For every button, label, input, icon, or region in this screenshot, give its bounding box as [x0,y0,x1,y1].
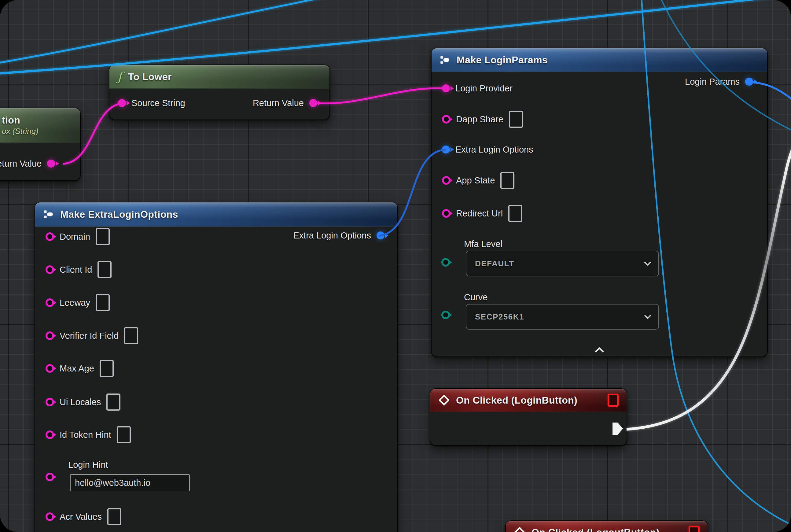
login-hint-input[interactable] [70,474,190,491]
verifier-id-field-default-checkbox[interactable] [124,327,138,344]
pin-label: Login Params [685,77,740,87]
chevron-down-icon [644,261,652,266]
pin-app-state[interactable] [442,176,450,185]
pin-label: Redirect Url [456,209,503,218]
pin-label: Extra Login Options [456,145,533,155]
node-header[interactable]: Make ExtraLoginOptions [35,203,397,227]
pin-source-string[interactable] [118,99,126,107]
pin-label: Domain [60,232,90,242]
pin-return-value[interactable] [309,99,317,107]
curve-dropdown[interactable]: SECP256K1 [466,304,659,329]
pin-label: Max Age [60,363,94,374]
node-get-string-partial[interactable]: tion ox (String) eturn Value [0,108,80,180]
pin-label: Id Token Hint [60,430,111,440]
pin-id-token-hint[interactable] [45,431,54,439]
pin-extra-login-options-in[interactable] [442,146,450,153]
redirect-url-default-checkbox[interactable] [508,205,522,222]
pin-login-hint[interactable] [45,473,54,481]
delegate-pin-icon[interactable] [607,394,619,407]
pin-label: eturn Value [0,159,42,169]
leeway-default-checkbox[interactable] [96,294,110,311]
blueprint-graph-canvas[interactable]: tion ox (String) eturn Value ƒ To Lower … [0,0,791,532]
node-header[interactable]: Make LoginParams [431,48,767,72]
pin-client-id[interactable] [45,265,54,274]
node-header[interactable]: ƒ To Lower [110,65,329,89]
node-title: Make LoginParams [457,54,548,66]
pin-label: Acr Values [60,512,102,522]
node-title: On Clicked (LoginButton) [456,395,577,406]
pin-label: Dapp Share [456,114,503,125]
pin-label: Mfa Level [464,239,502,249]
collapse-node-button[interactable] [590,346,609,354]
pin-label: Leeway [60,298,90,308]
node-make-loginparams[interactable]: Make LoginParams Login Provider Dapp Sha… [431,48,767,357]
mfa-level-dropdown[interactable]: DEFAULT [466,251,659,277]
max-age-default-checkbox[interactable] [100,360,114,377]
app-state-default-checkbox[interactable] [500,172,515,189]
node-header[interactable]: On Clicked (LogoutButton) [506,521,708,532]
delegate-pin-icon[interactable] [689,526,700,532]
pin-return-value[interactable] [47,159,55,168]
make-struct-icon [43,209,54,220]
pin-label: App State [456,175,495,186]
pin-label: Login Provider [456,83,513,94]
pin-label: Curve [464,292,487,302]
pin-acr-values[interactable] [45,512,54,521]
pin-label: Login Hint [68,460,108,470]
pin-redirect-url[interactable] [442,209,450,218]
chevron-down-icon [644,314,652,319]
event-diamond-icon [514,527,525,532]
pin-dapp-share[interactable] [442,115,450,124]
node-to-lower[interactable]: ƒ To Lower Source String Return Value [110,65,329,119]
pin-label: Source String [131,98,185,108]
pin-domain[interactable] [45,232,54,241]
node-make-extraloginoptions[interactable]: Make ExtraLoginOptions Domain Client Id … [35,203,397,532]
chevron-up-icon [594,347,604,353]
node-header[interactable]: On Clicked (LoginButton) [430,389,626,412]
event-diamond-icon [438,394,450,406]
pin-ui-locales[interactable] [45,398,54,406]
node-title: On Clicked (LogoutButton) [532,527,660,532]
wire-tolower-to-loginprovider [315,88,444,103]
pin-label: Ui Locales [60,397,101,407]
pin-mfa-level[interactable] [441,258,450,267]
exec-output-pin[interactable] [612,422,623,437]
node-on-clicked-loginbutton[interactable]: On Clicked (LoginButton) [430,389,626,445]
client-id-default-checkbox[interactable] [97,261,112,278]
function-icon: ƒ [117,71,122,83]
pin-label: Extra Login Options [293,230,371,241]
pin-label: Return Value [253,98,304,108]
pin-login-provider[interactable] [442,84,450,92]
ui-locales-default-checkbox[interactable] [107,394,120,411]
node-subtitle: ox (String) [2,127,39,136]
dapp-share-default-checkbox[interactable] [509,111,523,128]
exec-pin-icon [612,422,623,435]
domain-default-checkbox[interactable] [96,228,110,245]
node-header[interactable]: tion ox (String) [0,108,80,143]
pin-login-params-out[interactable] [745,78,753,86]
node-title: To Lower [128,71,172,82]
dropdown-value: DEFAULT [475,259,514,268]
pin-extra-login-options-out[interactable] [377,231,385,240]
pin-curve[interactable] [441,311,450,319]
pin-label: Client Id [60,265,92,275]
node-title: Make ExtraLoginOptions [60,209,178,220]
pin-label: Verifier Id Field [60,331,119,341]
pin-verifier-id-field[interactable] [45,331,54,340]
wire-blue-diagonal-a [0,0,341,64]
pin-leeway[interactable] [45,299,54,307]
id-token-hint-default-checkbox[interactable] [117,426,131,443]
node-title: tion [2,115,20,126]
acr-values-default-checkbox[interactable] [107,508,121,525]
make-struct-icon [440,54,450,65]
dropdown-value: SECP256K1 [475,312,524,322]
node-on-clicked-logoutbutton[interactable]: On Clicked (LogoutButton) [506,521,708,532]
pin-max-age[interactable] [45,364,54,373]
